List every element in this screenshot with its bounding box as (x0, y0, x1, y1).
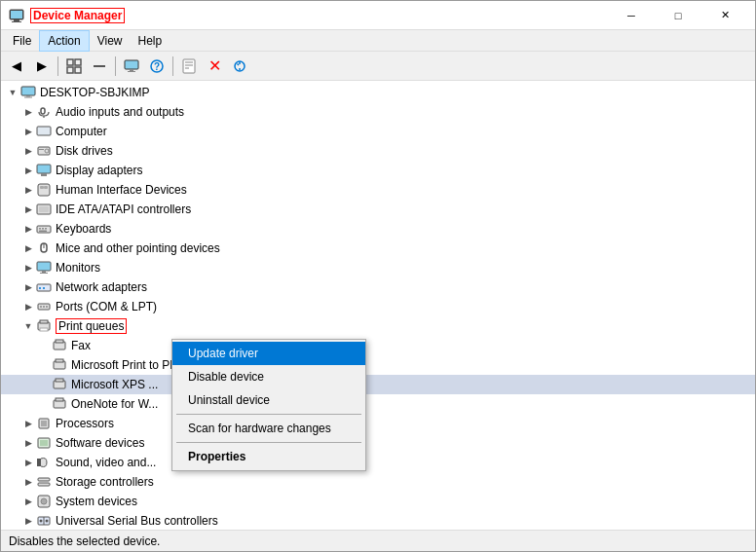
keyboard-toggle[interactable]: ▶ (20, 221, 36, 237)
ctx-update-driver[interactable]: Update driver (172, 342, 365, 365)
network-icon (36, 279, 52, 295)
tree-item-processors[interactable]: ▶ Processors (1, 414, 755, 433)
minimize-button[interactable]: ─ (609, 2, 654, 29)
computer-icon (20, 85, 36, 100)
svg-point-50 (40, 306, 42, 308)
system-toggle[interactable]: ▶ (20, 494, 36, 509)
usb-toggle[interactable]: ▶ (20, 513, 36, 529)
svg-rect-31 (38, 184, 50, 196)
tree-item-audio[interactable]: ▶ Audio inputs and outputs (1, 102, 755, 122)
toolbar-delete[interactable]: ✕ (203, 55, 226, 78)
tree-item-ports[interactable]: ▶ Ports (COM & LPT) (1, 297, 755, 316)
hid-icon (36, 182, 52, 198)
menu-file[interactable]: File (5, 30, 39, 52)
ctx-sep-1 (176, 414, 361, 415)
svg-point-72 (41, 498, 47, 504)
tree-item-ms-pdf[interactable]: Microsoft Print to PDF (1, 355, 755, 375)
tree-item-display[interactable]: ▶ Display adapters (1, 161, 755, 180)
tree-item-print-queues[interactable]: ▼ Print queues (1, 316, 755, 336)
processors-toggle[interactable]: ▶ (20, 416, 36, 431)
maximize-button[interactable]: □ (656, 2, 700, 29)
ide-label: IDE ATA/ATAPI controllers (56, 202, 191, 216)
toolbar-properties[interactable] (177, 55, 201, 78)
svg-rect-7 (75, 67, 81, 73)
audio-toggle[interactable]: ▶ (20, 104, 36, 120)
toolbar-monitor[interactable] (120, 55, 143, 78)
tree-item-storage[interactable]: ▶ Storage controllers (1, 472, 755, 492)
toolbar-help[interactable]: ? (145, 55, 169, 78)
close-button[interactable]: ✕ (702, 2, 747, 29)
svg-rect-35 (39, 206, 49, 212)
svg-rect-45 (40, 273, 48, 274)
svg-text:?: ? (154, 61, 160, 72)
svg-rect-4 (67, 59, 73, 65)
ms-xps-icon (52, 377, 67, 392)
storage-icon (36, 474, 52, 490)
menu-action[interactable]: Action (39, 30, 89, 52)
svg-rect-69 (38, 478, 50, 481)
disk-toggle[interactable]: ▶ (20, 143, 36, 159)
menu-help[interactable]: Help (131, 30, 170, 52)
svg-rect-23 (41, 108, 45, 114)
ide-toggle[interactable]: ▶ (20, 202, 36, 217)
ports-toggle[interactable]: ▶ (20, 299, 36, 314)
tree-item-disk[interactable]: ▶ Disk drives (1, 141, 755, 161)
mouse-icon (36, 240, 52, 256)
svg-rect-59 (56, 359, 63, 362)
tree-root[interactable]: ▼ DESKTOP-SBJKIMP (1, 83, 755, 102)
sound-toggle[interactable]: ▶ (20, 455, 36, 470)
svg-rect-55 (40, 328, 48, 331)
onenote-label: OneNote for W... (71, 397, 158, 411)
window-controls: ─ □ ✕ (609, 2, 747, 29)
svg-rect-22 (24, 97, 32, 98)
tree-item-ms-xps[interactable]: Microsoft XPS ... (1, 375, 755, 394)
toolbar-scan[interactable] (228, 55, 251, 78)
tree-item-network[interactable]: ▶ Network adapters (1, 277, 755, 297)
menu-view[interactable]: View (90, 30, 131, 52)
display-toggle[interactable]: ▶ (20, 163, 36, 178)
software-toggle[interactable]: ▶ (20, 435, 36, 451)
monitor-toggle[interactable]: ▶ (20, 260, 36, 276)
ports-label: Ports (COM & LPT) (56, 300, 157, 313)
toolbar-collapse[interactable] (88, 55, 111, 78)
tree-item-monitor[interactable]: ▶ Monitors (1, 258, 755, 277)
status-bar: Disables the selected device. (1, 530, 755, 551)
ctx-properties[interactable]: Properties (172, 445, 365, 468)
toolbar-expand[interactable] (62, 55, 86, 78)
network-toggle[interactable]: ▶ (20, 279, 36, 295)
system-label: System devices (56, 495, 137, 508)
tree-container[interactable]: ▼ DESKTOP-SBJKIMP ▶ (1, 81, 755, 530)
storage-toggle[interactable]: ▶ (20, 474, 36, 490)
tree-item-usb[interactable]: ▶ Universal Serial Bus controllers (1, 511, 755, 530)
hid-toggle[interactable]: ▶ (20, 182, 36, 198)
tree-item-keyboard[interactable]: ▶ Keyboards (1, 219, 755, 239)
print-queues-toggle[interactable]: ▼ (20, 318, 36, 334)
tree-item-ide[interactable]: ▶ IDE ATA/ATAPI controllers (1, 200, 755, 219)
svg-rect-65 (41, 421, 47, 426)
svg-rect-40 (39, 231, 47, 233)
mouse-toggle[interactable]: ▶ (20, 240, 36, 256)
ctx-uninstall-device[interactable]: Uninstall device (172, 388, 365, 412)
toolbar-forward[interactable]: ▶ (30, 55, 54, 78)
toolbar-back[interactable]: ◀ (5, 55, 28, 78)
svg-point-19 (239, 68, 241, 70)
tree-item-computer[interactable]: ▶ Computer (1, 122, 755, 141)
computer-toggle[interactable]: ▶ (20, 124, 36, 139)
tree-item-software[interactable]: ▶ Software devices (1, 433, 755, 453)
ctx-scan-hardware[interactable]: Scan for hardware changes (172, 417, 365, 440)
svg-rect-68 (37, 459, 41, 466)
tree-item-onenote[interactable]: OneNote for W... (1, 394, 755, 414)
root-toggle[interactable]: ▼ (5, 85, 20, 100)
ctx-disable-device[interactable]: Disable device (172, 365, 365, 388)
svg-rect-5 (75, 59, 81, 65)
svg-rect-2 (12, 21, 21, 22)
svg-rect-33 (44, 186, 48, 189)
processors-icon (36, 416, 52, 431)
tree-item-system[interactable]: ▶ System devices (1, 492, 755, 511)
tree-item-sound[interactable]: ▶ Sound, video and... (1, 453, 755, 472)
svg-rect-28 (39, 149, 44, 150)
hid-label: Human Interface Devices (56, 183, 187, 197)
tree-item-mouse[interactable]: ▶ Mice and other pointing devices (1, 239, 755, 258)
tree-item-hid[interactable]: ▶ Human Interface Devices (1, 180, 755, 200)
tree-item-fax[interactable]: Fax (1, 336, 755, 355)
